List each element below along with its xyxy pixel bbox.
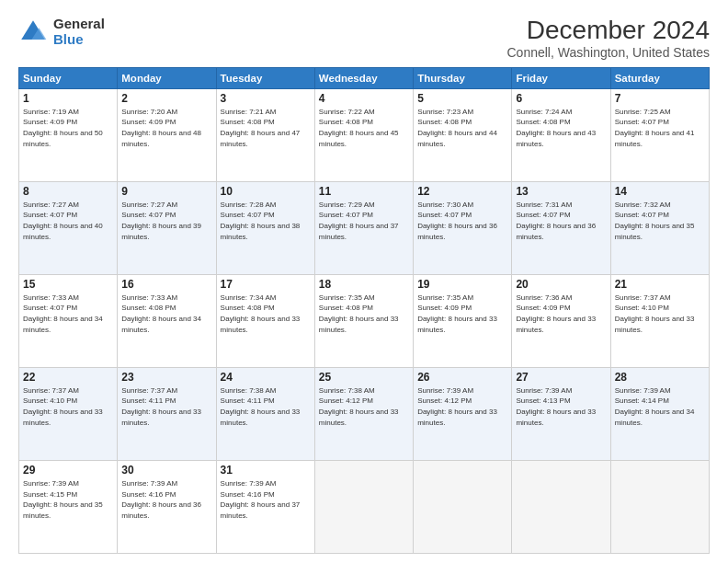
title-block: December 2024 Connell, Washington, Unite… [507, 17, 711, 60]
day-number: 4 [319, 92, 409, 105]
logo-text: General Blue [53, 17, 105, 47]
day-number: 26 [417, 371, 507, 384]
day-number: 10 [221, 185, 311, 198]
month-title: December 2024 [507, 17, 711, 45]
logo-blue: Blue [53, 32, 105, 48]
day-info: Sunrise: 7:27 AM Sunset: 4:07 PM Dayligh… [121, 200, 211, 242]
location-title: Connell, Washington, United States [507, 45, 711, 60]
calendar-day-cell: 15 Sunrise: 7:33 AM Sunset: 4:07 PM Dayl… [19, 274, 118, 367]
day-info: Sunrise: 7:30 AM Sunset: 4:07 PM Dayligh… [417, 200, 507, 242]
calendar-day-cell: 19 Sunrise: 7:35 AM Sunset: 4:09 PM Dayl… [414, 274, 512, 367]
calendar-day-cell: 17 Sunrise: 7:34 AM Sunset: 4:08 PM Dayl… [216, 274, 314, 367]
day-info: Sunrise: 7:28 AM Sunset: 4:07 PM Dayligh… [221, 200, 311, 242]
day-info: Sunrise: 7:36 AM Sunset: 4:09 PM Dayligh… [516, 293, 606, 335]
calendar-day-cell: 18 Sunrise: 7:35 AM Sunset: 4:08 PM Dayl… [314, 274, 413, 367]
calendar-day-header: Friday [512, 67, 610, 88]
day-number: 15 [23, 278, 113, 291]
calendar-day-cell: 4 Sunrise: 7:22 AM Sunset: 4:08 PM Dayli… [314, 88, 413, 181]
calendar-day-cell: 28 Sunrise: 7:39 AM Sunset: 4:14 PM Dayl… [610, 367, 709, 460]
day-number: 31 [221, 464, 311, 477]
calendar-week-row: 29 Sunrise: 7:39 AM Sunset: 4:15 PM Dayl… [19, 460, 710, 553]
calendar-day-cell: 20 Sunrise: 7:36 AM Sunset: 4:09 PM Dayl… [512, 274, 610, 367]
calendar-week-row: 8 Sunrise: 7:27 AM Sunset: 4:07 PM Dayli… [19, 181, 710, 274]
day-number: 17 [221, 278, 311, 291]
calendar-header-row: SundayMondayTuesdayWednesdayThursdayFrid… [19, 67, 710, 88]
calendar-day-cell: 10 Sunrise: 7:28 AM Sunset: 4:07 PM Dayl… [216, 181, 314, 274]
day-number: 24 [221, 371, 311, 384]
calendar-day-header: Sunday [19, 67, 118, 88]
day-info: Sunrise: 7:39 AM Sunset: 4:12 PM Dayligh… [417, 385, 507, 428]
day-info: Sunrise: 7:37 AM Sunset: 4:10 PM Dayligh… [23, 385, 113, 428]
day-info: Sunrise: 7:39 AM Sunset: 4:15 PM Dayligh… [23, 478, 113, 521]
calendar-day-cell: 3 Sunrise: 7:21 AM Sunset: 4:08 PM Dayli… [216, 88, 314, 181]
day-number: 7 [615, 92, 705, 105]
calendar-day-cell: 13 Sunrise: 7:31 AM Sunset: 4:07 PM Dayl… [512, 181, 610, 274]
calendar-day-cell: 24 Sunrise: 7:38 AM Sunset: 4:11 PM Dayl… [216, 367, 314, 460]
calendar-day-cell: 21 Sunrise: 7:37 AM Sunset: 4:10 PM Dayl… [610, 274, 709, 367]
calendar-week-row: 22 Sunrise: 7:37 AM Sunset: 4:10 PM Dayl… [19, 367, 710, 460]
day-info: Sunrise: 7:27 AM Sunset: 4:07 PM Dayligh… [23, 200, 113, 242]
calendar-day-cell: 9 Sunrise: 7:27 AM Sunset: 4:07 PM Dayli… [118, 181, 216, 274]
day-info: Sunrise: 7:21 AM Sunset: 4:08 PM Dayligh… [221, 107, 311, 149]
calendar-day-cell: 25 Sunrise: 7:38 AM Sunset: 4:12 PM Dayl… [314, 367, 413, 460]
day-info: Sunrise: 7:32 AM Sunset: 4:07 PM Dayligh… [615, 200, 705, 242]
day-info: Sunrise: 7:25 AM Sunset: 4:07 PM Dayligh… [615, 107, 705, 149]
day-info: Sunrise: 7:23 AM Sunset: 4:08 PM Dayligh… [417, 107, 507, 149]
day-number: 16 [121, 278, 211, 291]
day-number: 8 [23, 185, 113, 198]
calendar-week-row: 15 Sunrise: 7:33 AM Sunset: 4:07 PM Dayl… [19, 274, 710, 367]
calendar-day-header: Thursday [414, 67, 512, 88]
day-info: Sunrise: 7:20 AM Sunset: 4:09 PM Dayligh… [121, 107, 211, 149]
day-number: 30 [121, 464, 211, 477]
calendar-day-cell [610, 460, 709, 553]
day-info: Sunrise: 7:39 AM Sunset: 4:16 PM Dayligh… [221, 478, 311, 521]
calendar-day-cell: 5 Sunrise: 7:23 AM Sunset: 4:08 PM Dayli… [414, 88, 512, 181]
day-number: 13 [516, 185, 606, 198]
day-number: 23 [121, 371, 211, 384]
day-info: Sunrise: 7:37 AM Sunset: 4:11 PM Dayligh… [121, 385, 211, 428]
day-number: 19 [417, 278, 507, 291]
day-number: 27 [516, 371, 606, 384]
day-number: 9 [121, 185, 211, 198]
day-info: Sunrise: 7:37 AM Sunset: 4:10 PM Dayligh… [615, 293, 705, 335]
day-info: Sunrise: 7:19 AM Sunset: 4:09 PM Dayligh… [23, 107, 113, 149]
day-info: Sunrise: 7:34 AM Sunset: 4:08 PM Dayligh… [221, 293, 311, 335]
calendar-day-cell: 1 Sunrise: 7:19 AM Sunset: 4:09 PM Dayli… [19, 88, 118, 181]
day-number: 14 [615, 185, 705, 198]
calendar-day-cell: 27 Sunrise: 7:39 AM Sunset: 4:13 PM Dayl… [512, 367, 610, 460]
day-number: 18 [319, 278, 409, 291]
calendar-day-cell [414, 460, 512, 553]
calendar-day-cell: 14 Sunrise: 7:32 AM Sunset: 4:07 PM Dayl… [610, 181, 709, 274]
day-info: Sunrise: 7:33 AM Sunset: 4:08 PM Dayligh… [121, 293, 211, 335]
day-info: Sunrise: 7:38 AM Sunset: 4:11 PM Dayligh… [221, 385, 311, 428]
day-number: 11 [319, 185, 409, 198]
day-info: Sunrise: 7:35 AM Sunset: 4:08 PM Dayligh… [319, 293, 409, 335]
day-number: 21 [615, 278, 705, 291]
day-number: 3 [221, 92, 311, 105]
calendar-day-cell: 23 Sunrise: 7:37 AM Sunset: 4:11 PM Dayl… [118, 367, 216, 460]
calendar-table: SundayMondayTuesdayWednesdayThursdayFrid… [18, 67, 710, 554]
calendar-day-header: Monday [118, 67, 216, 88]
calendar-day-cell: 26 Sunrise: 7:39 AM Sunset: 4:12 PM Dayl… [414, 367, 512, 460]
day-number: 1 [23, 92, 113, 105]
day-info: Sunrise: 7:31 AM Sunset: 4:07 PM Dayligh… [516, 200, 606, 242]
calendar-day-cell: 22 Sunrise: 7:37 AM Sunset: 4:10 PM Dayl… [19, 367, 118, 460]
calendar-day-cell: 16 Sunrise: 7:33 AM Sunset: 4:08 PM Dayl… [118, 274, 216, 367]
calendar-day-cell: 11 Sunrise: 7:29 AM Sunset: 4:07 PM Dayl… [314, 181, 413, 274]
day-number: 6 [516, 92, 606, 105]
page: General Blue December 2024 Connell, Wash… [0, 0, 728, 563]
day-number: 12 [417, 185, 507, 198]
day-number: 5 [417, 92, 507, 105]
calendar-day-cell: 6 Sunrise: 7:24 AM Sunset: 4:08 PM Dayli… [512, 88, 610, 181]
day-info: Sunrise: 7:24 AM Sunset: 4:08 PM Dayligh… [516, 107, 606, 149]
day-number: 22 [23, 371, 113, 384]
calendar-day-cell [314, 460, 413, 553]
calendar-day-cell [512, 460, 610, 553]
day-number: 20 [516, 278, 606, 291]
logo-icon [18, 17, 48, 47]
day-info: Sunrise: 7:29 AM Sunset: 4:07 PM Dayligh… [319, 200, 409, 242]
calendar-day-header: Tuesday [216, 67, 314, 88]
logo: General Blue [18, 17, 105, 47]
day-info: Sunrise: 7:38 AM Sunset: 4:12 PM Dayligh… [319, 385, 409, 428]
calendar-day-cell: 30 Sunrise: 7:39 AM Sunset: 4:16 PM Dayl… [118, 460, 216, 553]
